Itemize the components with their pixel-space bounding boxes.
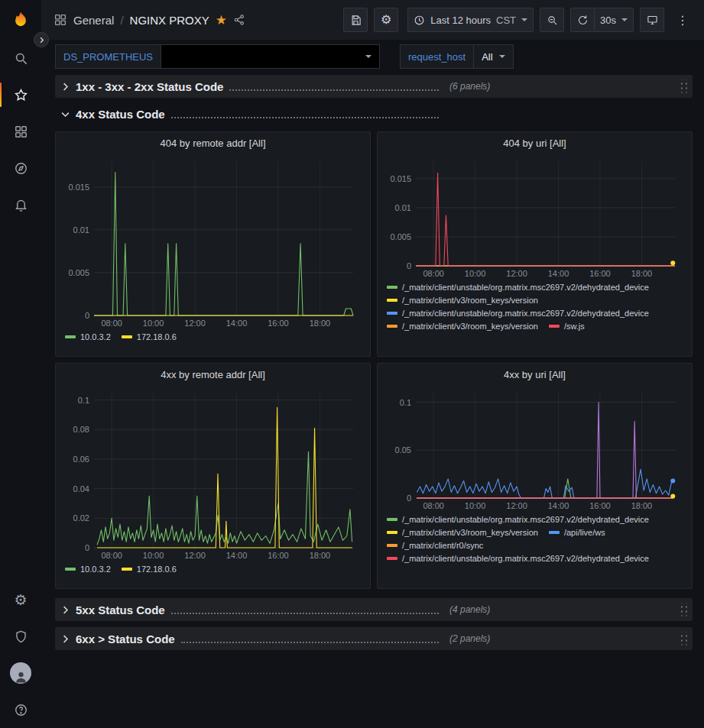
row-5xx[interactable]: 5xx Status Code (4 panels) — [55, 598, 693, 621]
svg-text:12:00: 12:00 — [506, 501, 527, 510]
row-4xx[interactable]: 4xx Status Code — [55, 104, 693, 124]
legend-item[interactable]: /sw.js — [549, 322, 585, 331]
panel-legend: 10.0.3.2172.18.0.6 — [62, 561, 364, 585]
row-6xx[interactable]: 6xx > Status Code (2 panels) — [55, 627, 693, 650]
legend-item[interactable]: 172.18.0.6 — [122, 332, 177, 341]
legend-item[interactable]: /_matrix/client/unstable/org.matrix.msc2… — [387, 283, 649, 292]
legend-item[interactable]: /_matrix/client/unstable/org.matrix.msc2… — [387, 309, 649, 318]
legend-item[interactable]: /api/live/ws — [549, 528, 605, 537]
panel-404-by-uri: 404 by uri [All] 08:0010:0012:0014:0016:… — [377, 131, 693, 357]
legend-item[interactable]: /_matrix/client/v3/room_keys/version — [387, 528, 538, 537]
panel-title[interactable]: 404 by remote addr [All] — [56, 132, 370, 154]
panel-body: 08:0010:0012:0014:0016:0018:0000.0050.01… — [56, 154, 370, 356]
kiosk-mode-button[interactable] — [640, 8, 664, 32]
sidebar-item-help[interactable] — [0, 691, 41, 728]
main-area: General / NGINX PROXY ★ ⚙ Last 12 hours … — [41, 0, 704, 728]
datasource-dropdown[interactable] — [161, 44, 380, 69]
sidebar-item-alerting[interactable] — [0, 186, 41, 223]
timeseries-chart[interactable]: 08:0010:0012:0014:0016:0018:0000.050.1 — [384, 385, 686, 512]
sidebar-item-configuration[interactable]: ⚙ — [0, 581, 41, 618]
legend-series-label: /_matrix/client/v3/room_keys/version — [402, 296, 538, 305]
row-dotted-leader — [171, 110, 439, 118]
share-icon[interactable] — [233, 14, 245, 26]
row-title: 5xx Status Code — [76, 603, 165, 616]
legend-series-marker — [387, 299, 397, 302]
favorite-star-icon[interactable]: ★ — [216, 14, 227, 27]
save-icon — [350, 15, 362, 26]
save-dashboard-button[interactable] — [343, 8, 368, 32]
time-range-button[interactable]: Last 12 hours CST — [407, 8, 534, 32]
sidebar-item-explore[interactable] — [0, 150, 41, 186]
row-title: 6xx > Status Code — [76, 633, 175, 645]
svg-text:18:00: 18:00 — [631, 269, 653, 278]
sidebar-expand-button[interactable] — [34, 32, 49, 47]
timeseries-chart[interactable]: 08:0010:0012:0014:0016:0018:0000.0050.01… — [62, 154, 364, 329]
svg-text:0.01: 0.01 — [73, 225, 89, 235]
legend-item[interactable]: /_matrix/client/unstable/org.matrix.msc2… — [387, 515, 649, 524]
chevron-right-icon — [60, 81, 71, 92]
panel-title[interactable]: 4xx by uri [All] — [378, 364, 692, 385]
legend-series-marker — [122, 335, 132, 338]
breadcrumb-section[interactable]: General — [73, 14, 114, 27]
row-drag-handle[interactable] — [679, 603, 689, 616]
timeseries-chart[interactable]: 08:0010:0012:0014:0016:0018:0000.0050.01… — [384, 154, 686, 280]
monitor-icon — [647, 15, 658, 26]
grafana-app: ⚙ General / NGINX PROXY ★ — [0, 0, 704, 728]
svg-text:14:00: 14:00 — [548, 501, 569, 510]
row-drag-handle[interactable] — [679, 633, 689, 645]
legend-item[interactable]: 10.0.3.2 — [65, 565, 111, 574]
legend-item[interactable]: /_matrix/client/unstable/org.matrix.msc2… — [387, 554, 649, 563]
svg-text:18:00: 18:00 — [310, 319, 331, 328]
row-lead: 5xx Status Code — [76, 603, 445, 616]
panel-404-by-remote-addr: 404 by remote addr [All] 08:0010:0012:00… — [55, 131, 371, 357]
svg-text:0.1: 0.1 — [78, 396, 89, 405]
row-dotted-leader — [181, 635, 439, 643]
sidebar-item-server-admin[interactable] — [0, 618, 41, 655]
legend-series-marker — [387, 544, 397, 547]
refresh-button[interactable] — [570, 8, 595, 32]
refresh-interval-dropdown[interactable]: 30s — [594, 8, 634, 32]
svg-text:0.06: 0.06 — [73, 455, 89, 464]
row-panel-count: (6 panels) — [449, 81, 490, 92]
chevron-right-icon — [37, 36, 46, 44]
legend-series-marker — [122, 568, 132, 571]
legend-item[interactable]: /_matrix/client/v3/room_keys/version — [387, 322, 538, 331]
legend-item[interactable]: 10.0.3.2 — [65, 332, 111, 341]
svg-text:0.015: 0.015 — [390, 174, 411, 183]
svg-text:08:00: 08:00 — [101, 551, 122, 560]
variable-label: request_host — [400, 44, 474, 69]
svg-text:0.02: 0.02 — [73, 513, 89, 523]
dashboard-body: 1xx - 3xx - 2xx Status Code (6 panels) 4… — [41, 73, 704, 728]
legend-item[interactable]: 172.18.0.6 — [122, 565, 177, 574]
sidebar-item-search[interactable] — [0, 40, 41, 76]
row-1xx-3xx-2xx[interactable]: 1xx - 3xx - 2xx Status Code (6 panels) — [55, 75, 693, 98]
timeseries-chart[interactable]: 08:0010:0012:0014:0016:0018:0000.020.040… — [62, 385, 364, 561]
shield-icon — [14, 629, 28, 644]
dashboard-title[interactable]: NGINX PROXY — [130, 14, 209, 27]
row-lead: 1xx - 3xx - 2xx Status Code — [76, 80, 445, 93]
chevron-down-icon — [499, 55, 505, 58]
row-dotted-leader — [171, 606, 439, 614]
legend-item[interactable]: /_matrix/client/v3/room_keys/version — [387, 296, 538, 305]
legend-item[interactable]: /_matrix/client/r0/sync — [387, 541, 483, 550]
dashboard-settings-button[interactable]: ⚙ — [374, 8, 398, 32]
sidebar-item-dashboards[interactable] — [0, 113, 41, 150]
svg-text:16:00: 16:00 — [268, 551, 289, 560]
breadcrumb: General / NGINX PROXY ★ — [54, 13, 337, 27]
svg-text:14:00: 14:00 — [226, 551, 248, 560]
panel-title[interactable]: 404 by uri [All] — [378, 132, 692, 154]
svg-text:12:00: 12:00 — [184, 551, 206, 560]
sidebar-item-profile[interactable] — [0, 655, 41, 691]
svg-text:0.015: 0.015 — [68, 183, 89, 192]
user-avatar — [10, 662, 31, 684]
request-host-dropdown[interactable]: All — [474, 44, 513, 69]
more-options-button[interactable]: ⋮ — [670, 8, 695, 32]
row-drag-handle[interactable] — [679, 80, 689, 93]
panel-body: 08:0010:0012:0014:0016:0018:0000.0050.01… — [378, 154, 692, 356]
refresh-icon — [577, 15, 589, 26]
apps-grid-icon — [54, 13, 67, 27]
panel-title[interactable]: 4xx by remote addr [All] — [56, 364, 370, 385]
sidebar-item-starred[interactable] — [0, 76, 41, 113]
breadcrumb-separator: / — [120, 14, 123, 27]
zoom-out-button[interactable] — [540, 8, 564, 32]
